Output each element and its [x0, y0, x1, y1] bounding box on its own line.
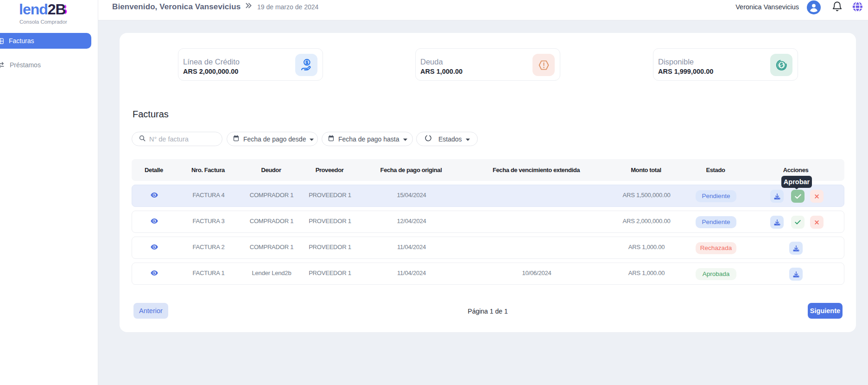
svg-text:2: 2	[47, 1, 56, 18]
svg-text:lend: lend	[19, 1, 48, 18]
svg-text:B: B	[55, 1, 66, 18]
